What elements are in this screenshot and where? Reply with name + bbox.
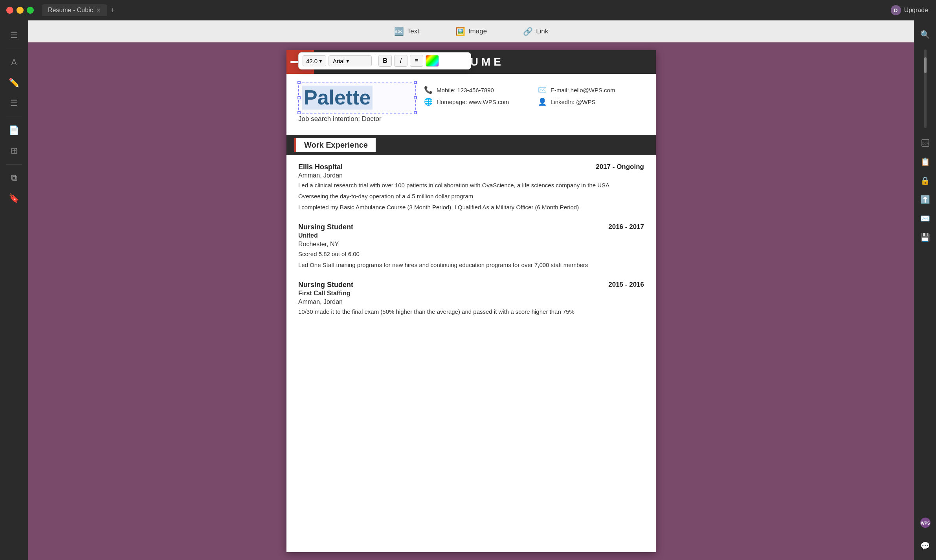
work-header-row-2: Nursing Student United 2016 - 2017 [298, 223, 644, 240]
contact-email: ✉️ E-mail: hello@WPS.com [538, 86, 644, 94]
contact-homepage: 🌐 Homepage: www.WPS.com [424, 97, 530, 106]
upgrade-section: D Upgrade [891, 5, 928, 15]
sidebar-item-font[interactable]: A [6, 54, 23, 71]
image-toolbar-icon: 🖼️ [455, 27, 465, 36]
toolbar-row: 🔤 Text 🖼️ Image 🔗 Link [28, 20, 914, 42]
font-size-value: 42.0 [306, 58, 318, 64]
font-size-selector[interactable]: 42.0 ▾ [303, 55, 326, 66]
selected-text-box[interactable]: Palette [298, 82, 416, 113]
company-name-2b: United [298, 232, 353, 239]
sidebar-item-table[interactable]: ⊞ [6, 142, 23, 159]
database-icon[interactable]: 💾 [918, 229, 933, 245]
sidebar-item-edit[interactable]: ✏️ [6, 74, 23, 92]
italic-button[interactable]: I [394, 55, 407, 67]
search-icon[interactable]: 🔍 [918, 27, 933, 42]
handle-top-right[interactable] [414, 81, 417, 84]
handle-middle-left[interactable] [297, 96, 301, 99]
sidebar-item-document[interactable]: 📄 [6, 122, 23, 139]
sidebar-item-menu[interactable]: ☰ [6, 27, 23, 44]
work-experience-section-header: Work Experience [286, 135, 656, 155]
toolbar-text-button[interactable]: 🔤 Text [388, 24, 426, 38]
tab-label: Resume - Cubic [48, 7, 93, 14]
maximize-button[interactable] [27, 7, 34, 14]
tab-close-button[interactable]: ✕ [96, 7, 101, 13]
list-format-button[interactable]: ≡ [410, 55, 423, 67]
svg-text:OCR: OCR [922, 142, 929, 145]
format-separator-1 [375, 56, 375, 66]
sidebar-divider-2 [6, 117, 22, 117]
toolbar-link-button[interactable]: 🔗 Link [517, 24, 554, 38]
handle-bottom-right[interactable] [414, 111, 417, 114]
work-location-3: Amman, Jordan [298, 298, 644, 306]
name-contact-section: 42.0 ▾ Arial ▾ B [286, 74, 656, 131]
close-button[interactable] [6, 7, 13, 14]
app-body: ☰ A ✏️ ☰ 📄 ⊞ ⧉ 🔖 🔤 Text 🖼️ Image 🔗 Link [0, 20, 936, 560]
link-toolbar-icon: 🔗 [523, 27, 533, 36]
font-family-selector[interactable]: Arial ▾ [329, 55, 372, 66]
sidebar-item-bookmark[interactable]: 🔖 [6, 190, 23, 207]
resume-name[interactable]: Palette [302, 86, 373, 110]
scrollbar-thumb[interactable] [924, 57, 927, 73]
work-entry-2: Nursing Student United 2016 - 2017 Roche… [298, 223, 644, 270]
work-desc-1a: Led a clinical research trial with over … [298, 181, 644, 190]
contact-linkedin: 👤 LinkedIn: @WPS [538, 97, 644, 106]
email-text: E-mail: hello@WPS.com [551, 87, 615, 93]
new-tab-button[interactable]: + [110, 6, 115, 15]
work-desc-2b: Led One Staff training programs for new … [298, 260, 644, 270]
upgrade-button[interactable]: Upgrade [904, 7, 928, 14]
wps-logo: WPS [920, 517, 931, 531]
work-entry-3: Nursing Student First Call Staffing 2015… [298, 281, 644, 317]
work-date-2: 2016 - 2017 [608, 223, 644, 231]
font-size-chevron: ▾ [319, 57, 322, 64]
phone-icon: 📞 [424, 86, 433, 94]
mail-icon[interactable]: ✉️ [918, 210, 933, 226]
traffic-lights [6, 7, 34, 14]
work-location-1: Amman, Jordan [298, 172, 644, 179]
titlebar: Resume - Cubic ✕ + D Upgrade [0, 0, 936, 20]
company-name-2a: Nursing Student [298, 223, 353, 231]
scrollbar-track [924, 49, 927, 128]
share-icon[interactable]: ⬆️ [918, 192, 933, 207]
company-name-1: Ellis Hospital [298, 163, 343, 171]
contact-mobile: 📞 Mobile: 123-456-7890 [424, 86, 530, 94]
name-section: 42.0 ▾ Arial ▾ B [298, 82, 416, 123]
sidebar-item-layers[interactable]: ⧉ [6, 169, 23, 187]
work-date-1: 2017 - Ongoing [596, 163, 644, 171]
document-wrapper: RESUME 42.0 ▾ Arial [28, 42, 914, 560]
toolbar-link-label: Link [536, 27, 548, 35]
color-picker-button[interactable] [426, 55, 439, 67]
lock-icon[interactable]: 🔒 [918, 173, 933, 188]
content-area: 🔤 Text 🖼️ Image 🔗 Link RESUME [28, 20, 914, 560]
contact-section: 📞 Mobile: 123-456-7890 ✉️ E-mail: hello@… [424, 82, 644, 106]
right-sidebar: 🔍 OCR 📋 🔒 ⬆️ ✉️ 💾 WPS 💬 [914, 20, 936, 560]
ocr-icon[interactable]: OCR [918, 135, 933, 151]
active-tab[interactable]: Resume - Cubic ✕ [42, 4, 107, 16]
sidebar-item-list[interactable]: ☰ [6, 95, 23, 112]
bold-button[interactable]: B [378, 55, 392, 67]
handle-top-left[interactable] [297, 81, 301, 84]
linkedin-text: LinkedIn: @WPS [551, 99, 595, 105]
user-avatar: D [891, 5, 901, 15]
work-desc-3a: 10/30 made it to the final exam (50% hig… [298, 307, 644, 317]
handle-middle-right[interactable] [414, 96, 417, 99]
work-entry-2-header-left: Nursing Student United [298, 223, 353, 240]
email-icon: ✉️ [538, 86, 547, 94]
work-desc-2a: Scored 5.82 out of 6.00 [298, 249, 644, 259]
format-toolbar: 42.0 ▾ Arial ▾ B [298, 52, 471, 70]
toolbar-image-button[interactable]: 🖼️ Image [449, 24, 493, 38]
svg-text:WPS: WPS [921, 521, 930, 525]
work-date-3: 2015 - 2016 [608, 281, 644, 289]
document-icon[interactable]: 📋 [918, 154, 933, 170]
company-name-3b: First Call Staffing [298, 290, 353, 297]
work-header-row-1: Ellis Hospital 2017 - Ongoing [298, 163, 644, 171]
handle-bottom-left[interactable] [297, 111, 301, 114]
work-entry-3-header-left: Nursing Student First Call Staffing [298, 281, 353, 298]
chat-icon[interactable]: 💬 [918, 538, 933, 554]
company-name-3a: Nursing Student [298, 281, 353, 289]
resume-document: RESUME 42.0 ▾ Arial [286, 50, 656, 552]
minimize-button[interactable] [17, 7, 24, 14]
job-search-intention: Job search intention: Doctor [298, 115, 416, 123]
web-icon: 🌐 [424, 97, 433, 106]
work-experience-label: Work Experience [294, 138, 376, 152]
font-family-value: Arial [333, 58, 345, 64]
